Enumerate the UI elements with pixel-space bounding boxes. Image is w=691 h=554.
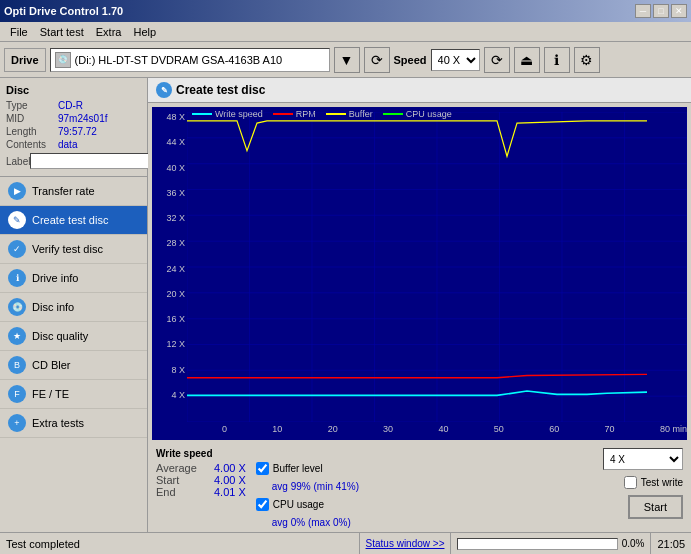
toolbar-btn-info[interactable]: ℹ — [544, 47, 570, 73]
disc-type-row: Type CD-R — [6, 100, 141, 111]
write-speed-select[interactable]: 4 X 8 X 16 X 24 X 40 X — [603, 448, 683, 470]
sidebar-item-disc-info[interactable]: 💿 Disc info — [0, 293, 147, 322]
drive-selector[interactable]: 💿 (Di:) HL-DT-ST DVDRAM GSA-4163B A10 — [50, 48, 330, 72]
sidebar-item-extra-tests[interactable]: + Extra tests — [0, 409, 147, 438]
bottom-panel: Write speed Average 4.00 X Start 4.00 X … — [148, 444, 691, 532]
toolbar-btn-settings[interactable]: ⚙ — [574, 47, 600, 73]
cpu-usage-label: CPU usage — [273, 499, 324, 510]
disc-mid-row: MID 97m24s01f — [6, 113, 141, 124]
transfer-rate-label: Transfer rate — [32, 185, 95, 197]
contents-value: data — [58, 139, 141, 150]
fe-te-icon: F — [8, 385, 26, 403]
drive-info-label: Drive info — [32, 272, 78, 284]
verify-test-disc-icon: ✓ — [8, 240, 26, 258]
buffer-level-row: Buffer level — [256, 462, 359, 475]
toolbar: Drive 💿 (Di:) HL-DT-ST DVDRAM GSA-4163B … — [0, 42, 691, 78]
chart-container: Write speed RPM Buffer CPU usage 48 X — [152, 107, 687, 440]
window-title: Opti Drive Control 1.70 — [4, 5, 123, 17]
minimize-button[interactable]: ─ — [635, 4, 651, 18]
chart-y-axis: 48 X 44 X 40 X 36 X 32 X 28 X 24 X 20 X … — [152, 107, 187, 420]
progress-text: 0.0% — [622, 538, 645, 549]
toolbar-btn-refresh[interactable]: ⟳ — [484, 47, 510, 73]
buffer-avg: avg 99% (min 41%) — [256, 481, 359, 492]
end-value: 4.01 X — [214, 486, 246, 498]
start-row: Start 4.00 X — [156, 474, 246, 486]
disc-quality-label: Disc quality — [32, 330, 88, 342]
cd-bler-label: CD Bler — [32, 359, 71, 371]
content-header-title: Create test disc — [176, 83, 265, 97]
window-controls: ─ □ ✕ — [635, 4, 687, 18]
sidebar-item-cd-bler[interactable]: B CD Bler — [0, 351, 147, 380]
progress-bar-bg — [457, 538, 617, 550]
speed-label: Speed — [394, 54, 427, 66]
status-window-button[interactable]: Status window >> — [366, 538, 445, 549]
cd-bler-icon: B — [8, 356, 26, 374]
status-left: Test completed — [0, 533, 360, 554]
disc-info-icon: 💿 — [8, 298, 26, 316]
buffer-level-label: Buffer level — [273, 463, 323, 474]
chart-svg — [187, 112, 687, 422]
cpu-avg: avg 0% (max 0%) — [256, 517, 359, 528]
content-area: ✎ Create test disc Write speed RPM Buffe… — [148, 78, 691, 532]
drive-label: Drive — [4, 48, 46, 72]
write-speed-label: Write speed — [156, 448, 246, 459]
label-input[interactable] — [30, 153, 159, 169]
toolbar-btn-eject[interactable]: ⏏ — [514, 47, 540, 73]
test-write-label: Test write — [641, 477, 683, 488]
test-write-checkbox[interactable] — [624, 476, 637, 489]
buffer-cpu-controls: Buffer level avg 99% (min 41%) CPU usage… — [256, 448, 359, 528]
start-label: Start — [156, 474, 206, 486]
disc-label-row: Label ✏ — [6, 152, 141, 170]
sidebar-item-verify-test-disc[interactable]: ✓ Verify test disc — [0, 235, 147, 264]
average-label: Average — [156, 462, 206, 474]
menu-help[interactable]: Help — [127, 24, 162, 40]
menu-start-test[interactable]: Start test — [34, 24, 90, 40]
sidebar-item-drive-info[interactable]: ℹ Drive info — [0, 264, 147, 293]
average-row: Average 4.00 X — [156, 462, 246, 474]
bottom-row: Write speed Average 4.00 X Start 4.00 X … — [156, 448, 683, 528]
sidebar-item-transfer-rate[interactable]: ▶ Transfer rate — [0, 177, 147, 206]
time-display: 21:05 — [657, 538, 685, 550]
speed-start-controls: 4 X 8 X 16 X 24 X 40 X Test write Start — [603, 448, 683, 519]
write-speed-stats: Write speed Average 4.00 X Start 4.00 X … — [156, 448, 246, 498]
mid-value: 97m24s01f — [58, 113, 141, 124]
content-header: ✎ Create test disc — [148, 78, 691, 103]
buffer-level-checkbox[interactable] — [256, 462, 269, 475]
label-label: Label — [6, 156, 30, 167]
chart-plot — [187, 112, 687, 422]
close-button[interactable]: ✕ — [671, 4, 687, 18]
cpu-usage-row: CPU usage — [256, 498, 359, 511]
fe-te-label: FE / TE — [32, 388, 69, 400]
drive-arrow-btn[interactable]: ▼ — [334, 47, 360, 73]
menu-file[interactable]: File — [4, 24, 34, 40]
status-text: Test completed — [6, 538, 80, 550]
menu-bar: File Start test Extra Help — [0, 22, 691, 42]
menu-extra[interactable]: Extra — [90, 24, 128, 40]
title-bar: Opti Drive Control 1.70 ─ □ ✕ — [0, 0, 691, 22]
disc-panel-title: Disc — [6, 84, 141, 96]
cpu-usage-checkbox[interactable] — [256, 498, 269, 511]
create-test-disc-icon: ✎ — [8, 211, 26, 229]
verify-test-disc-label: Verify test disc — [32, 243, 103, 255]
transfer-rate-icon: ▶ — [8, 182, 26, 200]
sidebar-item-disc-quality[interactable]: ★ Disc quality — [0, 322, 147, 351]
extra-tests-label: Extra tests — [32, 417, 84, 429]
drive-info-icon: ℹ — [8, 269, 26, 287]
speed-select[interactable]: 40 X 32 X 24 X — [431, 49, 480, 71]
disc-length-row: Length 79:57.72 — [6, 126, 141, 137]
sidebar-item-create-test-disc[interactable]: ✎ Create test disc — [0, 206, 147, 235]
maximize-button[interactable]: □ — [653, 4, 669, 18]
start-value: 4.00 X — [214, 474, 246, 486]
length-label: Length — [6, 126, 58, 137]
start-button[interactable]: Start — [628, 495, 683, 519]
status-window-area: Status window >> — [360, 533, 452, 554]
test-write-row: Test write — [624, 476, 683, 489]
disc-info-panel: Disc Type CD-R MID 97m24s01f Length 79:5… — [0, 78, 147, 177]
sidebar-item-fe-te[interactable]: F FE / TE — [0, 380, 147, 409]
nav-items: ▶ Transfer rate ✎ Create test disc ✓ Ver… — [0, 177, 147, 438]
type-label: Type — [6, 100, 58, 111]
sidebar: Disc Type CD-R MID 97m24s01f Length 79:5… — [0, 78, 148, 532]
average-value: 4.00 X — [214, 462, 246, 474]
disc-quality-icon: ★ — [8, 327, 26, 345]
drive-refresh-btn[interactable]: ⟳ — [364, 47, 390, 73]
